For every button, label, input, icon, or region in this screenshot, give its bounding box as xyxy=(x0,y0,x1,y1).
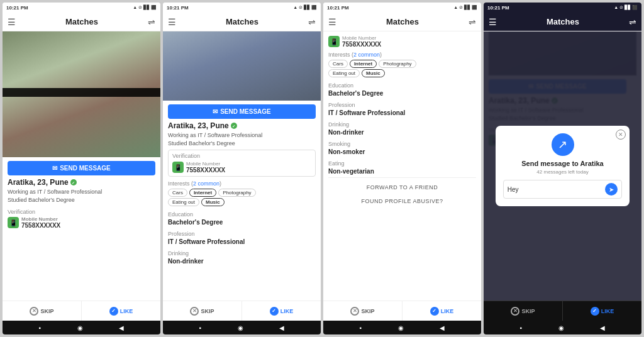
profile-photo-2 xyxy=(163,31,321,101)
mobile-icon-2: 📱 xyxy=(172,162,184,173)
verification-label-1: Verification xyxy=(8,209,155,215)
nav-circle-4[interactable]: ◉ xyxy=(558,324,564,331)
privacy-bar-1 xyxy=(3,88,160,97)
send-icon-2: ✉ xyxy=(213,108,218,115)
interests-common-3: 2 common xyxy=(353,52,380,58)
mobile-info-3: Mobile Number 7558XXXXXX xyxy=(342,35,381,48)
hamburger-icon-4[interactable]: ☰ xyxy=(489,17,497,27)
nav-back-2[interactable]: ◀ xyxy=(279,324,284,331)
message-input-4[interactable] xyxy=(508,186,602,193)
signal-icons-3: ▲ ⊘ ▊▊ ⬛ xyxy=(453,5,477,10)
prof-val-2: IT / Software Professional xyxy=(168,238,316,245)
divider-3 xyxy=(328,177,476,178)
edu-label-3: Education xyxy=(328,82,476,89)
eat-val-3: Non-vegetarian xyxy=(328,168,476,175)
abuse-link-3[interactable]: FOUND PROFILE ABUSIVE? xyxy=(328,194,476,208)
like-label-3: LIKE xyxy=(441,308,454,314)
bottom-actions-1: ✕ SKIP ✓ LIKE xyxy=(3,301,160,321)
filter-icon-1[interactable]: ⇌ xyxy=(148,17,155,27)
send-message-btn-2[interactable]: ✉ SEND MESSAGE xyxy=(168,104,316,119)
nav-back-4[interactable]: ◀ xyxy=(600,324,605,331)
verified-badge-1: ✓ xyxy=(70,179,77,185)
drink-val-3: Non-drinker xyxy=(328,129,476,136)
profile-line2-2: Studied Bachelor's Degree xyxy=(168,140,316,148)
prof-val-3: IT / Software Professional xyxy=(328,109,476,116)
hamburger-icon-1[interactable]: ☰ xyxy=(8,17,16,27)
time-3: 10:21 PM xyxy=(327,5,349,11)
tag-eatingout-3: Eating out xyxy=(328,69,360,77)
skip-btn-3[interactable]: ✕ SKIP xyxy=(323,301,402,321)
nav-square-3[interactable]: ▪ xyxy=(360,324,362,331)
nav-square-4[interactable]: ▪ xyxy=(520,324,523,331)
profile-info-1: Aratika, 23, Pune ✓ Working as IT / Soft… xyxy=(3,178,160,301)
interests-common-2: 2 common xyxy=(193,180,219,187)
like-btn-4[interactable]: ✓ LIKE xyxy=(563,301,641,321)
profile-name-2: Aratika, 23, Pune ✓ xyxy=(168,121,316,130)
nav-back-1[interactable]: ◀ xyxy=(119,324,124,331)
tag-music-3: Music xyxy=(362,69,385,77)
like-circle-2: ✓ xyxy=(270,307,279,316)
filter-icon-2[interactable]: ⇌ xyxy=(308,17,316,27)
like-label-4: LIKE xyxy=(601,308,614,314)
scroll-content-3[interactable]: 📱 Mobile Number 7558XXXXXX Interests (2 … xyxy=(323,31,481,301)
mobile-row-2: 📱 Mobile Number 7558XXXXXX xyxy=(172,161,311,174)
send-arrow-btn-4[interactable]: ➤ xyxy=(605,183,618,196)
tag-eatingout-2: Eating out xyxy=(168,198,199,206)
profile-photo-1 xyxy=(3,31,160,157)
time-2: 10:21 PM xyxy=(167,5,189,11)
person-figure-2 xyxy=(163,31,321,101)
skip-label-1: SKIP xyxy=(40,308,53,314)
app-header-2: ☰ Matches ⇌ xyxy=(163,13,321,31)
nav-square-1[interactable]: ▪ xyxy=(39,324,42,331)
profile-sub-2: Working as IT / Software Professional St… xyxy=(168,131,316,147)
name-text-2: Aratika, 23, Pune xyxy=(168,121,229,130)
nav-square-2[interactable]: ▪ xyxy=(199,324,202,331)
nav-circle-2[interactable]: ◉ xyxy=(238,324,243,331)
phone-screen-3: 10:21 PM ▲ ⊘ ▊▊ ⬛ ☰ Matches ⇌ 📱 Mobile N… xyxy=(323,3,481,334)
hamburger-icon-2[interactable]: ☰ xyxy=(168,17,176,27)
profile-line2-1: Studied Bachelor's Degree xyxy=(8,196,155,204)
filter-icon-4[interactable]: ⇌ xyxy=(629,17,636,27)
like-btn-2[interactable]: ✓ LIKE xyxy=(242,301,321,321)
mobile-row-1: 📱 Mobile Number 7558XXXXXX xyxy=(8,216,155,229)
like-btn-1[interactable]: ✓ LIKE xyxy=(82,301,160,321)
mobile-row-3: 📱 Mobile Number 7558XXXXXX xyxy=(328,35,476,48)
hamburger-icon-3[interactable]: ☰ xyxy=(328,17,336,27)
mobile-val-2: 7558XXXXXX xyxy=(186,167,225,174)
smoke-label-3: Smoking xyxy=(328,141,476,147)
nav-bar-2: ▪ ◉ ◀ xyxy=(163,321,321,334)
skip-btn-2[interactable]: ✕ SKIP xyxy=(163,301,242,321)
nav-circle-1[interactable]: ◉ xyxy=(77,324,83,331)
like-btn-3[interactable]: ✓ LIKE xyxy=(402,301,481,321)
send-message-btn-1[interactable]: ✉ SEND MESSAGE xyxy=(8,161,155,175)
interests-title-2: Interests (2 common) xyxy=(168,180,316,187)
like-circle-4: ✓ xyxy=(591,307,599,316)
nav-circle-3[interactable]: ◉ xyxy=(398,324,404,331)
bottom-actions-3: ✕ SKIP ✓ LIKE xyxy=(323,301,481,321)
app-title-3: Matches xyxy=(386,17,419,26)
tags-row-2: Cars Internet Photography xyxy=(168,189,316,197)
mobile-info-2: Mobile Number 7558XXXXXX xyxy=(186,161,225,174)
tags-row2-2: Eating out Music xyxy=(168,198,316,206)
tags-row2-3: Eating out Music xyxy=(328,69,476,77)
send-message-label-2: SEND MESSAGE xyxy=(220,108,271,115)
interests-label-3: Interests xyxy=(328,52,350,58)
skip-label-2: SKIP xyxy=(201,308,214,314)
app-header-1: ☰ Matches ⇌ xyxy=(3,13,160,31)
forward-link-3[interactable]: FORWARD TO A FRIEND xyxy=(328,180,476,194)
send-message-label-1: SEND MESSAGE xyxy=(60,165,111,172)
phone-screen-1: 10:21 PM ▲ ⊘ ▊▊ ⬛ ☰ Matches ⇌ ✉ SEND MES… xyxy=(3,3,160,334)
mobile-label-1: Mobile Number xyxy=(21,216,60,222)
scroll-content-2[interactable]: Aratika, 23, Pune ✓ Working as IT / Soft… xyxy=(163,121,321,301)
modal-subtitle-4: 42 messages left today xyxy=(503,169,622,175)
filter-icon-3[interactable]: ⇌ xyxy=(469,17,476,27)
drink-label-2: Drinking xyxy=(168,250,316,257)
nav-back-3[interactable]: ◀ xyxy=(440,324,445,331)
profile-name-1: Aratika, 23, Pune ✓ xyxy=(8,178,155,187)
skip-btn-1[interactable]: ✕ SKIP xyxy=(3,301,82,321)
skip-btn-4[interactable]: ✕ SKIP xyxy=(484,301,563,321)
modal-close-btn-4[interactable]: ✕ xyxy=(616,130,626,140)
eat-label-3: Eating xyxy=(328,160,476,167)
mobile-icon-3: 📱 xyxy=(328,36,340,47)
mobile-val-1: 7558XXXXXX xyxy=(21,222,60,229)
